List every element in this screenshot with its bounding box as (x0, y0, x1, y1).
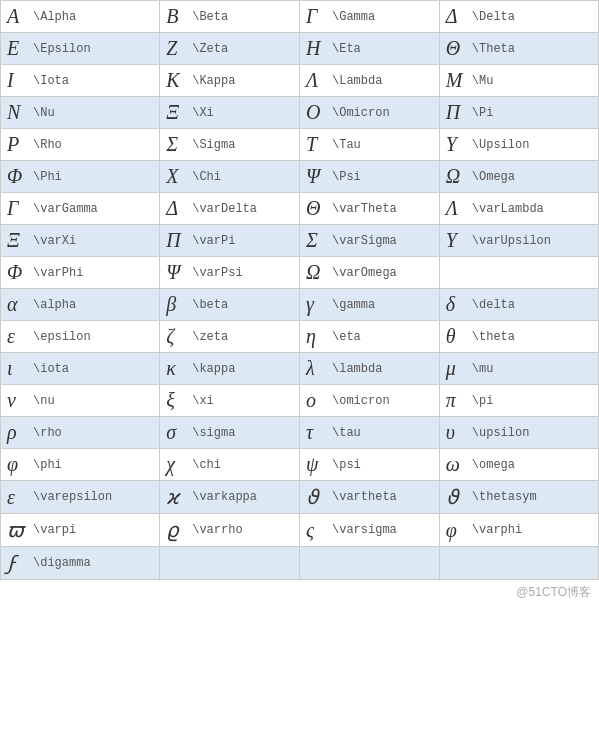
latex-command: \delta (472, 298, 515, 312)
greek-symbol: Φ (7, 165, 29, 188)
greek-symbol: Ο (306, 101, 328, 124)
latex-command: \Upsilon (472, 138, 530, 152)
latex-command: \varphi (472, 523, 522, 537)
greek-symbol: ϱ (166, 518, 188, 542)
latex-command: \psi (332, 458, 361, 472)
latex-command: \varepsilon (33, 490, 112, 504)
latex-command: \Sigma (192, 138, 235, 152)
latex-command: \phi (33, 458, 62, 472)
table-cell: υ\upsilon (439, 417, 598, 449)
table-cell: Ν\Nu (1, 97, 160, 129)
latex-command: \varUpsilon (472, 234, 551, 248)
greek-symbol: β (166, 293, 188, 316)
greek-symbol: Λ (306, 69, 328, 92)
table-cell: Λ\varLambda (439, 193, 598, 225)
latex-command: \chi (192, 458, 221, 472)
greek-symbol: Ζ (166, 37, 188, 60)
latex-command: \Omicron (332, 106, 390, 120)
greek-symbol: ϑ (446, 485, 468, 509)
table-cell (439, 547, 598, 580)
table-cell: Υ\varUpsilon (439, 225, 598, 257)
greek-symbol: ζ (166, 325, 188, 348)
latex-command: \digamma (33, 556, 91, 570)
latex-command: \Beta (192, 10, 228, 24)
table-cell: Δ\Delta (439, 1, 598, 33)
greek-symbol: Γ (7, 197, 29, 220)
latex-command: \beta (192, 298, 228, 312)
latex-command: \omicron (332, 394, 390, 408)
table-cell: Ρ\Rho (1, 129, 160, 161)
greek-symbol: Ω (446, 165, 468, 188)
latex-command: \varpi (33, 523, 76, 537)
table-cell: ρ\rho (1, 417, 160, 449)
latex-command: \Theta (472, 42, 515, 56)
latex-command: \thetasym (472, 490, 537, 504)
latex-command: \Tau (332, 138, 361, 152)
latex-command: \rho (33, 426, 62, 440)
greek-symbol: Ψ (306, 165, 328, 188)
table-cell: ε\varepsilon (1, 481, 160, 514)
table-cell: ϝ\digamma (1, 547, 160, 580)
latex-command: \upsilon (472, 426, 530, 440)
greek-symbol: Υ (446, 229, 468, 252)
latex-command: \kappa (192, 362, 235, 376)
table-cell: Π\varPi (160, 225, 300, 257)
table-cell: τ\tau (299, 417, 439, 449)
latex-command: \eta (332, 330, 361, 344)
latex-command: \varTheta (332, 202, 397, 216)
latex-command: \varSigma (332, 234, 397, 248)
table-cell: Μ\Mu (439, 65, 598, 97)
greek-symbol: Ι (7, 69, 29, 92)
table-cell: Ω\varOmega (299, 257, 439, 289)
table-cell: Κ\Kappa (160, 65, 300, 97)
latex-command: \Phi (33, 170, 62, 184)
greek-symbol: τ (306, 421, 328, 444)
greek-symbol: A (7, 5, 29, 28)
table-cell: ν\nu (1, 385, 160, 417)
latex-command: \theta (472, 330, 515, 344)
latex-command: \tau (332, 426, 361, 440)
table-cell: Ι\Iota (1, 65, 160, 97)
table-cell: φ\phi (1, 449, 160, 481)
table-cell: ς\varsigma (299, 514, 439, 547)
table-cell: ϖ\varpi (1, 514, 160, 547)
latex-command: \Gamma (332, 10, 375, 24)
latex-command: \varLambda (472, 202, 544, 216)
greek-symbol: Π (166, 229, 188, 252)
latex-command: \varPhi (33, 266, 83, 280)
table-cell: ψ\psi (299, 449, 439, 481)
greek-symbol: σ (166, 421, 188, 444)
latex-command: \varsigma (332, 523, 397, 537)
greek-symbol: π (446, 389, 468, 412)
latex-command: \Alpha (33, 10, 76, 24)
table-cell: ϑ\vartheta (299, 481, 439, 514)
greek-symbol: φ (7, 453, 29, 476)
table-cell: δ\delta (439, 289, 598, 321)
greek-symbol: Θ (446, 37, 468, 60)
latex-command: \Iota (33, 74, 69, 88)
table-cell: Ζ\Zeta (160, 33, 300, 65)
table-cell: ϱ\varrho (160, 514, 300, 547)
greek-symbol: Φ (7, 261, 29, 284)
latex-command: \Lambda (332, 74, 382, 88)
table-cell: σ\sigma (160, 417, 300, 449)
latex-command: \Rho (33, 138, 62, 152)
greek-symbol: δ (446, 293, 468, 316)
latex-command: \varGamma (33, 202, 98, 216)
table-cell: Θ\Theta (439, 33, 598, 65)
greek-symbol: λ (306, 357, 328, 380)
greek-symbol: Ω (306, 261, 328, 284)
greek-symbol: Η (306, 37, 328, 60)
latex-command: \zeta (192, 330, 228, 344)
greek-symbol: ϰ (166, 485, 188, 509)
greek-symbol: ι (7, 357, 29, 380)
latex-command: \Chi (192, 170, 221, 184)
table-cell: Γ\Gamma (299, 1, 439, 33)
latex-command: \varPsi (192, 266, 242, 280)
table-cell: Φ\varPhi (1, 257, 160, 289)
latex-command: \varXi (33, 234, 76, 248)
table-cell: β\beta (160, 289, 300, 321)
table-cell: ϰ\varkappa (160, 481, 300, 514)
table-cell: ι\iota (1, 353, 160, 385)
table-cell: Ψ\varPsi (160, 257, 300, 289)
